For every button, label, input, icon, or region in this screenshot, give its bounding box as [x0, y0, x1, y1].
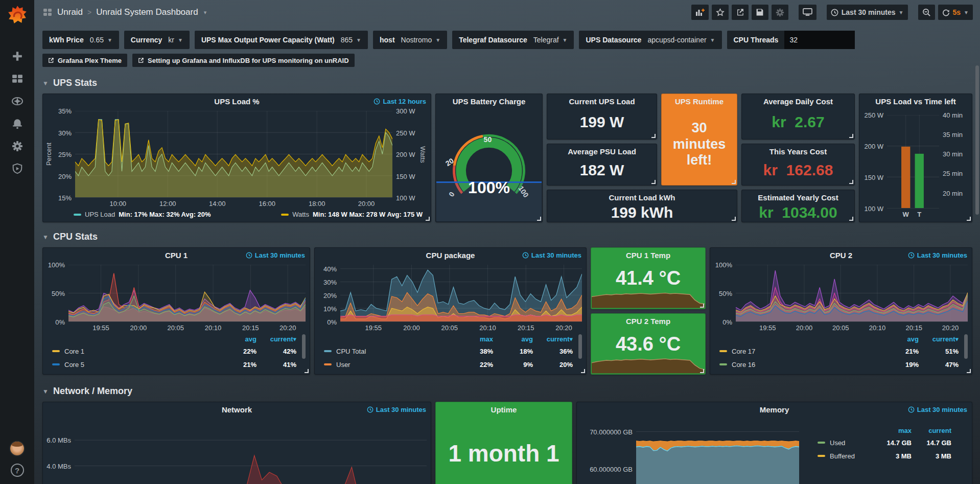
- breadcrumb-folder[interactable]: Unraid: [57, 7, 83, 17]
- variable-value-dropdown[interactable]: 865▼: [341, 36, 361, 44]
- panel-title[interactable]: Uptime: [436, 405, 572, 414]
- legend-series-label[interactable]: Used: [830, 439, 872, 447]
- sidebar-configuration-button[interactable]: [0, 135, 34, 157]
- panel-resize-handle[interactable]: [849, 180, 853, 184]
- panel-title[interactable]: Average Daily Cost: [742, 97, 854, 106]
- legend-sort-header[interactable]: current▾: [919, 335, 959, 343]
- cpu-package-chart[interactable]: [340, 265, 582, 322]
- refresh-picker[interactable]: 5s ▼: [938, 5, 973, 20]
- panel-resize-handle[interactable]: [651, 134, 656, 138]
- panel-title[interactable]: Average PSU Load: [547, 147, 657, 156]
- panel-title[interactable]: UPS Battery Charge: [436, 97, 542, 106]
- panel-resize-handle[interactable]: [967, 369, 971, 373]
- panel-resize-handle[interactable]: [967, 217, 971, 221]
- panel-resize-handle[interactable]: [651, 180, 656, 184]
- panel-title[interactable]: Current Load kWh: [547, 193, 737, 202]
- legend-sort-header[interactable]: current▾: [533, 335, 573, 343]
- panel-timerange[interactable]: Last 30 minutes: [246, 251, 305, 259]
- x-tick-label: 20:20: [942, 324, 959, 332]
- legend-series-label[interactable]: User: [336, 361, 453, 368]
- add-panel-button[interactable]: [691, 5, 709, 20]
- panel-title[interactable]: This Years Cost: [742, 147, 854, 156]
- sidebar-alerting-button[interactable]: [0, 112, 34, 135]
- cpu2-chart[interactable]: [736, 265, 968, 322]
- star-button[interactable]: [712, 5, 729, 20]
- network-chart[interactable]: [75, 427, 427, 484]
- panel-title[interactable]: Estimated Yearly Cost: [742, 193, 854, 202]
- panel-title[interactable]: CPU 2 Temp: [591, 317, 705, 326]
- panel-resize-handle[interactable]: [700, 369, 704, 373]
- variable-value-dropdown[interactable]: Telegraf▼: [533, 36, 568, 44]
- panel-title[interactable]: Current UPS Load: [547, 97, 657, 106]
- variable-value-dropdown[interactable]: 0.65▼: [90, 36, 112, 44]
- temp-sparkline: [592, 355, 705, 374]
- panel-resize-handle[interactable]: [305, 369, 309, 373]
- variable-value-dropdown[interactable]: apcupsd-container▼: [647, 36, 715, 44]
- legend-series-label[interactable]: UPS Load: [85, 211, 115, 218]
- legend-series-label[interactable]: Buffered: [830, 452, 872, 460]
- breadcrumb-dashboard-title[interactable]: Unraid System Dashboard: [96, 7, 198, 17]
- link-grafana-plex-theme[interactable]: Grafana Plex Theme: [42, 54, 127, 67]
- panel-title[interactable]: UPS Load vs Time left: [859, 97, 972, 106]
- help-button[interactable]: ?: [11, 464, 24, 477]
- cycle-view-mode-button[interactable]: [799, 5, 816, 20]
- grafana-logo-icon[interactable]: [7, 4, 28, 26]
- y-tick-label: 6.0 MBs: [46, 436, 71, 444]
- panel-resize-handle[interactable]: [537, 217, 541, 221]
- legend-series-label[interactable]: Core 16: [732, 361, 879, 368]
- legend-sort-header[interactable]: avg: [493, 335, 533, 343]
- legend-series-label[interactable]: CPU Total: [336, 348, 453, 355]
- sidebar-admin-button[interactable]: [0, 157, 34, 180]
- page-scrollbar[interactable]: [975, 65, 979, 215]
- panel-resize-handle[interactable]: [700, 304, 704, 308]
- legend-series-label[interactable]: Core 5: [64, 361, 217, 368]
- legend-series-label[interactable]: Core 17: [732, 348, 879, 355]
- panel-timerange[interactable]: Last 12 hours: [374, 98, 426, 105]
- ups-load-chart[interactable]: [75, 111, 392, 198]
- section-row-network-memory[interactable]: ▼Network / Memory: [42, 386, 972, 397]
- legend-sort-header[interactable]: current: [912, 427, 951, 434]
- cpu-threads-input[interactable]: [784, 31, 855, 49]
- variable-value-dropdown[interactable]: kr▼: [168, 36, 183, 44]
- memory-chart[interactable]: [636, 424, 799, 484]
- dashboard-dropdown-caret[interactable]: ▾: [204, 9, 207, 16]
- ups-bars-chart[interactable]: [887, 115, 939, 209]
- panel-resize-handle[interactable]: [426, 217, 430, 221]
- save-button[interactable]: [752, 5, 768, 20]
- legend-sort-header[interactable]: avg: [879, 335, 919, 343]
- panel-title[interactable]: CPU 1 Temp: [591, 251, 705, 260]
- variable-value-dropdown[interactable]: Nostromo▼: [401, 36, 441, 44]
- legend-series-label[interactable]: Watts: [292, 211, 309, 218]
- panel-resize-handle[interactable]: [732, 217, 736, 221]
- cpu1-chart[interactable]: [68, 265, 306, 322]
- share-button[interactable]: [732, 5, 749, 20]
- legend-sort-header[interactable]: current▾: [256, 335, 296, 343]
- panel-timerange[interactable]: Last 30 minutes: [908, 251, 967, 259]
- panel-timerange[interactable]: Last 30 minutes: [908, 406, 967, 413]
- time-range-picker[interactable]: Last 30 minutes ▼: [827, 5, 908, 20]
- zoom-out-button[interactable]: [918, 5, 935, 20]
- legend-sort-header[interactable]: max: [872, 427, 912, 434]
- panel-resize-handle[interactable]: [849, 134, 853, 138]
- section-row-ups-stats[interactable]: ▼UPS Stats: [42, 78, 972, 88]
- section-row-cpu-stats[interactable]: ▼CPU Stats: [42, 232, 972, 242]
- link-grafana-influxdb-ups-guide[interactable]: Setting up Grafana and InfluxDB for UPS …: [132, 54, 355, 67]
- panel-resize-handle[interactable]: [732, 180, 736, 184]
- legend-scrollbar[interactable]: [578, 334, 582, 359]
- panel-resize-handle[interactable]: [849, 217, 853, 221]
- legend-sort-header[interactable]: avg: [217, 335, 256, 343]
- user-avatar[interactable]: [9, 441, 25, 456]
- legend-scrollbar[interactable]: [964, 334, 968, 359]
- panel-title[interactable]: UPS Runtime: [662, 97, 737, 106]
- sidebar-explore-button[interactable]: [0, 90, 34, 112]
- panel-resize-handle[interactable]: [581, 369, 585, 373]
- legend-series-label[interactable]: Core 1: [64, 348, 217, 355]
- sidebar-dashboards-button[interactable]: [0, 67, 34, 90]
- sidebar-create-button[interactable]: [0, 45, 34, 67]
- legend-sort-header[interactable]: max: [453, 335, 493, 343]
- panel-timerange[interactable]: Last 30 minutes: [367, 406, 426, 413]
- panel-title[interactable]: UPS Load %: [43, 97, 431, 106]
- dashboard-settings-button[interactable]: [772, 5, 788, 20]
- legend-scrollbar[interactable]: [302, 334, 306, 359]
- panel-timerange[interactable]: Last 30 minutes: [522, 251, 581, 259]
